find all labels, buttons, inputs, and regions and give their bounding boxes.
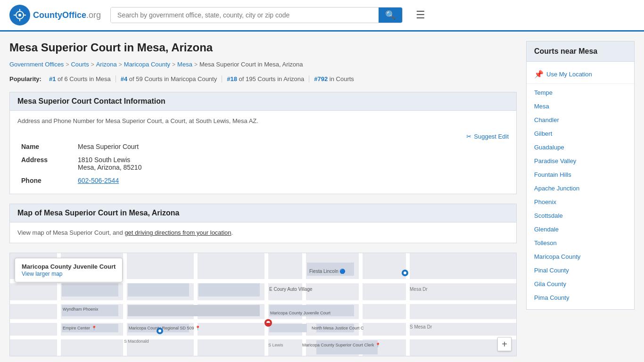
svg-rect-18 <box>406 253 410 356</box>
map-section-body: View map of Mesa Superior Court, and get… <box>9 222 517 243</box>
breadcrumb-link-courts[interactable]: Courts <box>71 61 89 68</box>
svg-text:S Mesa Dr: S Mesa Dr <box>410 324 432 329</box>
maricopa-county-link[interactable]: Maricopa County <box>534 253 580 260</box>
table-row-phone: Phone 602-506-2544 <box>17 174 509 187</box>
map-container[interactable]: Fiesta Lincoln 🔵 E Coury Auto Village Wy… <box>9 253 517 356</box>
breadcrumb-link-gov[interactable]: Government Offices <box>9 61 64 68</box>
sidebar-item-mesa: Mesa <box>527 99 634 113</box>
phone-value: 602-506-2544 <box>74 174 509 187</box>
search-container: 🔍 <box>110 7 403 23</box>
pinal-county-link[interactable]: Pinal County <box>534 267 569 274</box>
svg-text:Mesa Dr: Mesa Dr <box>410 287 428 292</box>
svg-rect-11 <box>10 336 516 339</box>
sidebar-item-maricopa-county: Maricopa County <box>527 250 634 263</box>
popularity-bar: Popularity: #1 of 6 Courts in Mesa #4 of… <box>9 75 517 82</box>
chandler-link[interactable]: Chandler <box>534 116 559 123</box>
svg-text:Maricopa County Superior Court: Maricopa County Superior Court Clerk 📍 <box>302 342 381 348</box>
breadcrumb-sep: > <box>66 61 69 68</box>
breadcrumb-link-maricopa[interactable]: Maricopa County <box>124 61 170 68</box>
search-icon: 🔍 <box>385 10 396 20</box>
sidebar-header: Courts near Mesa <box>526 41 635 61</box>
svg-text:North Mesa Justice Court C: North Mesa Justice Court C <box>312 326 364 330</box>
breadcrumb-current: Mesa Superior Court in Mesa, Arizona <box>199 61 303 68</box>
sidebar-item-pima-county: Pima County <box>527 291 634 304</box>
phoenix-link[interactable]: Phoenix <box>534 198 556 206</box>
name-value: Mesa Superior Court <box>74 140 509 153</box>
paradise-valley-link[interactable]: Paradise Valley <box>534 157 576 165</box>
svg-rect-14 <box>194 253 198 356</box>
popularity-item-4: #792 in Courts <box>309 75 359 82</box>
address-line1: 1810 South Lewis <box>78 156 130 164</box>
apache-junction-link[interactable]: Apache Junction <box>534 185 579 192</box>
tempe-link[interactable]: Tempe <box>534 89 553 96</box>
sidebar-item-tempe: Tempe <box>527 86 634 99</box>
map-desc-text: View map of Mesa Superior Court, and <box>17 229 123 236</box>
phone-link[interactable]: 602-506-2544 <box>78 177 119 184</box>
menu-button[interactable]: ☰ <box>412 7 429 23</box>
breadcrumb-sep2: > <box>91 61 94 68</box>
svg-point-2 <box>18 14 21 16</box>
scottsdale-link[interactable]: Scottsdale <box>534 212 563 219</box>
suggest-edit-button[interactable]: ✂ Suggest Edit <box>466 133 509 140</box>
sidebar-item-apache-junction: Apache Junction <box>527 181 634 195</box>
use-location-item[interactable]: 📌 Use My Location <box>527 66 634 84</box>
logo-text: CountyOffice.org <box>33 10 101 20</box>
glendale-link[interactable]: Glendale <box>534 226 559 233</box>
logo-org: .org <box>86 10 101 20</box>
phone-label: Phone <box>17 174 74 187</box>
search-input[interactable] <box>111 8 379 23</box>
map-section-header: Map of Mesa Superior Court in Mesa, Ariz… <box>9 204 517 222</box>
view-larger-map-link[interactable]: View larger map <box>22 271 62 277</box>
svg-text:Fiesta Lincoln 🔵: Fiesta Lincoln 🔵 <box>309 268 346 274</box>
gila-county-link[interactable]: Gila County <box>534 280 566 288</box>
breadcrumb: Government Offices > Courts > Arizona > … <box>9 61 517 68</box>
logo-svg <box>13 8 26 22</box>
svg-rect-20 <box>128 283 189 296</box>
mesa-link[interactable]: Mesa <box>534 103 549 110</box>
breadcrumb-link-az[interactable]: Arizona <box>96 61 117 68</box>
location-pin-icon: 📌 <box>534 70 544 79</box>
address-line2: Mesa, Arizona, 85210 <box>78 164 141 171</box>
logo-name: CountyOffice <box>33 10 86 20</box>
name-label: Name <box>17 140 74 153</box>
tolleson-link[interactable]: Tolleson <box>534 239 557 247</box>
sidebar-item-gila-county: Gila County <box>527 277 634 291</box>
svg-rect-24 <box>128 305 260 316</box>
sidebar-item-paradise-valley: Paradise Valley <box>527 154 634 168</box>
sidebar: Courts near Mesa 📌 Use My Location Tempe… <box>526 41 635 356</box>
fountain-hills-link[interactable]: Fountain Hills <box>534 171 571 178</box>
contact-description: Address and Phone Number for Mesa Superi… <box>17 117 509 124</box>
breadcrumb-sep4: > <box>172 61 175 68</box>
breadcrumb-sep3: > <box>119 61 122 68</box>
svg-rect-28 <box>269 324 307 332</box>
svg-point-49 <box>158 329 161 332</box>
pop-rank-1: #1 <box>49 75 56 82</box>
svg-rect-15 <box>264 253 268 356</box>
address-label: Address <box>17 153 74 174</box>
popularity-item-2: #4 of 59 Courts in Maricopa County <box>116 75 223 82</box>
breadcrumb-link-mesa[interactable]: Mesa <box>177 61 192 68</box>
search-button[interactable]: 🔍 <box>379 8 402 23</box>
main-container: Mesa Superior Court in Mesa, Arizona Gov… <box>0 32 644 356</box>
directions-link[interactable]: get driving directions from your locatio… <box>124 229 231 236</box>
sidebar-item-chandler: Chandler <box>527 113 634 127</box>
svg-rect-19 <box>62 283 118 296</box>
guadalupe-link[interactable]: Guadalupe <box>534 144 564 151</box>
table-row-address: Address 1810 South Lewis Mesa, Arizona, … <box>17 153 509 174</box>
use-location-link[interactable]: Use My Location <box>546 71 592 78</box>
svg-text:Maricopa County Regional SD 50: Maricopa County Regional SD 509 📍 <box>129 325 201 331</box>
sidebar-item-scottsdale: Scottsdale <box>527 209 634 222</box>
popularity-label: Popularity: <box>9 75 41 82</box>
map-description: View map of Mesa Superior Court, and get… <box>17 229 509 236</box>
pop-rank-4: #792 <box>314 75 328 82</box>
svg-rect-16 <box>302 253 306 356</box>
logo-link[interactable]: CountyOffice.org <box>9 5 101 25</box>
contact-section-body: Address and Phone Number for Mesa Superi… <box>9 110 517 194</box>
sidebar-body: 📌 Use My Location Tempe Mesa Chandler Gi… <box>526 61 635 310</box>
pima-county-link[interactable]: Pima County <box>534 294 569 301</box>
map-zoom-in-button[interactable]: + <box>497 337 512 351</box>
sidebar-item-fountain-hills: Fountain Hills <box>527 168 634 181</box>
gilbert-link[interactable]: Gilbert <box>534 130 552 137</box>
contact-section-header: Mesa Superior Court Contact Information <box>9 92 517 110</box>
map-callout: Maricopa County Juvenile Court View larg… <box>15 258 123 282</box>
